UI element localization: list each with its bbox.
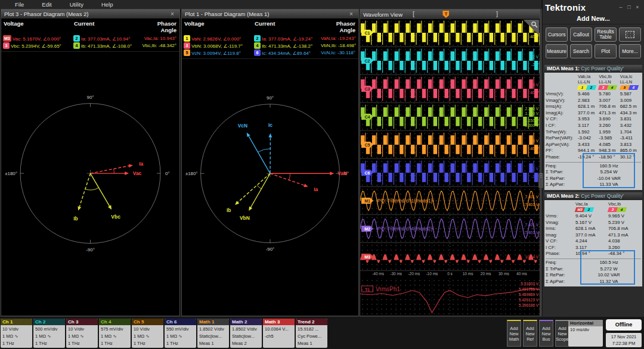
meas-value: -48.34 °	[608, 251, 641, 257]
waveform-trace-c2	[360, 47, 540, 74]
meas-row-label: TrPwr(W):	[546, 129, 578, 136]
trigger-marker-icon[interactable]: T	[442, 11, 449, 18]
add-new-scope-button[interactable]: AddNewScope	[555, 320, 569, 347]
channel-card-ch3[interactable]: Ch 310 V/div1 MΩ ∿1 THz	[66, 319, 98, 348]
measure-button[interactable]: Measure	[546, 44, 568, 58]
plot3-close-icon[interactable]: ×	[168, 11, 177, 17]
channel-card-ch6[interactable]: Ch 6550 mV/div1 MΩ ∿1 THz	[165, 319, 196, 348]
waveform-view-title: Waveform View	[363, 11, 402, 18]
scale-label: 1.150 V	[525, 111, 538, 116]
meas1-summary: Freq:160.5 HzΣ TrPwr:5.254 WΣ RePwr:-10.…	[546, 162, 641, 188]
pair-name: Vca,Ic	[620, 74, 641, 79]
plot1-close-icon[interactable]: ×	[347, 11, 355, 17]
meas-value: 377.0 m	[578, 110, 599, 117]
channel-card-ch5[interactable]: Ch 510 V/div1 MΩ ∿1 THz	[132, 319, 163, 348]
meas-value: 5.587	[620, 91, 641, 98]
waveform-row-c6: C62 V-2 V	[360, 159, 540, 187]
splitter-handle[interactable]: ⋮	[538, 173, 543, 188]
channel-setting: 1.8502 V/div	[232, 326, 260, 333]
zoom-overlay-icon[interactable]	[524, 20, 539, 35]
legend-value: Ia: 377.03mA, ∠10.94°	[81, 36, 130, 42]
summary-row: Σ RePwr:-10.04 VAR	[546, 176, 641, 182]
meas-value: 1.592	[578, 129, 599, 136]
channel-card-trend2[interactable]: Trend 215.9182 ...Cyc Powe...Meas 1	[296, 319, 327, 348]
summary-value: 5.254 W	[577, 169, 641, 176]
more--button[interactable]: More...	[619, 44, 641, 58]
meas2-body: Vac,IaM32Vbc,Ib34Vrms:9.404 V9.965 VVmag…	[544, 200, 642, 287]
channel-setting: -ch5	[265, 333, 293, 340]
channel-card-math3[interactable]: Math 310.0364 V...-ch5	[263, 319, 295, 348]
legend-value: VaN,Ia: -19.243°	[321, 36, 356, 41]
svg-text:Ia: Ia	[139, 161, 143, 167]
results-table-icon-button[interactable]	[619, 27, 641, 42]
time-tick-label: -10 ms	[426, 272, 438, 276]
source-badge: M3	[3, 35, 11, 42]
summary-value: 160.5 Hz	[577, 163, 641, 170]
meas2-header[interactable]: IMDA Meas 2: Cyc Power Quality'	[544, 192, 642, 200]
channel-setting: Static|low...	[199, 333, 227, 340]
minimize-icon[interactable]: –	[617, 4, 625, 10]
imda-meas1-card: IMDA Meas 1: Cyc Power Quality'Vab,IaLL-…	[544, 65, 642, 190]
channel-card-ch1[interactable]: Ch 110 V/div1 MΩ ∿1 THz	[1, 319, 32, 348]
menu-item-help[interactable]: Help	[92, 1, 122, 8]
channel-card-ch4[interactable]: Ch 4575 mV/div1 MΩ ∿1 THz	[99, 319, 131, 348]
add-new-math-button[interactable]: AddNewMath	[507, 320, 521, 347]
source-badge-pair: 34	[608, 207, 641, 212]
cursors-button[interactable]: Cursors	[546, 27, 568, 42]
callout-button[interactable]: Callout	[570, 27, 592, 42]
menu-bar: FileEditUtilityHelp	[0, 0, 541, 9]
channel-setting: 10 V/div	[134, 326, 162, 333]
scale-label: -2 V	[531, 174, 538, 179]
legend-value: VbN: 3.0068V, ∠-119.7°	[191, 43, 243, 49]
horizontal-card[interactable]: Horizontal 10 ms/div	[568, 320, 603, 347]
meas-row-label: I CF:	[546, 245, 575, 251]
channel-setting: Meas 2	[232, 340, 260, 347]
channel-card-math2[interactable]: Math 21.8502 V/divStatic|low...Meas 2	[230, 319, 262, 348]
meas-value: 3.260	[599, 123, 620, 129]
meas-value: 628.1 mA	[575, 226, 608, 232]
menu-item-edit[interactable]: Edit	[33, 1, 60, 8]
summary-label: Σ TrPwr:	[546, 266, 577, 273]
channel-setting: 575 mV/div	[101, 326, 129, 333]
meas-value: 3.007	[599, 98, 620, 104]
zoom-bracket-left[interactable]: [	[413, 10, 414, 17]
offline-button[interactable]: Offline	[606, 319, 642, 331]
summary-value: 5.272 W	[577, 266, 641, 273]
channel-card-body: 10 V/div1 MΩ ∿1 THz	[1, 325, 32, 348]
results-table-button[interactable]: Results Table	[595, 27, 617, 42]
meas-row: PF:944.1 m948.3 m865.0 m	[546, 148, 641, 154]
meas-value: -18.50 °	[599, 154, 620, 161]
restore-icon[interactable]: □	[625, 4, 633, 10]
channel-card-ch2[interactable]: Ch 2500 mV/div1 MΩ ∿1 THz	[33, 319, 65, 348]
trend-badge-t1[interactable]: T1	[361, 286, 373, 292]
channel-card-body: 550 mV/div1 MΩ ∿1 THz	[165, 325, 196, 348]
plot-button[interactable]: Plot	[595, 44, 617, 58]
source-badge: 3	[184, 42, 190, 49]
meas1-header[interactable]: IMDA Meas 1: Cyc Power Quality'	[544, 65, 642, 73]
menu-item-file[interactable]: File	[6, 1, 33, 8]
close-icon[interactable]: ×	[633, 4, 642, 10]
add-new-ref-button[interactable]: AddNewRef	[523, 320, 537, 347]
menu-item-utility[interactable]: Utility	[61, 1, 92, 8]
channel-setting: 1 MΩ ∿	[68, 333, 96, 340]
meas-row: I CF:3.1173.2603.432	[546, 123, 641, 129]
add-new-bus-button[interactable]: AddNewBus	[539, 320, 553, 347]
plot3-title: Plot 3 - Phasor Diagram (Meas 2)	[4, 11, 89, 17]
scale-label: -40 V	[529, 91, 538, 95]
zoom-bracket-right[interactable]: ]	[496, 10, 498, 17]
source-badge-pair: 12	[578, 85, 599, 90]
channel-setting: 550 mV/div	[166, 326, 194, 333]
channel-card-header: Ch 1	[1, 319, 32, 325]
summary-row: Σ ApPwr:11.32 VA	[546, 279, 641, 285]
channel-card-math1[interactable]: Math 11.8502 V/divStatic|low...Meas 1	[197, 319, 229, 348]
meas-value: -3.585	[599, 135, 620, 142]
add-button-line: Add	[556, 326, 569, 331]
svg-text:Ic: Ic	[268, 122, 273, 128]
meas-row: Phase:10.94 °-48.34 °	[546, 251, 641, 257]
pair-name: Vab,Ia	[578, 74, 599, 79]
svg-text:0°: 0°	[165, 171, 170, 176]
meas-row: Imag:377.0 mA471.3 mA	[546, 232, 641, 239]
search-button[interactable]: Search	[570, 44, 592, 58]
waveform-trace-c4	[360, 103, 540, 130]
summary-row: Σ ApPwr:11.33 VA	[546, 182, 641, 188]
